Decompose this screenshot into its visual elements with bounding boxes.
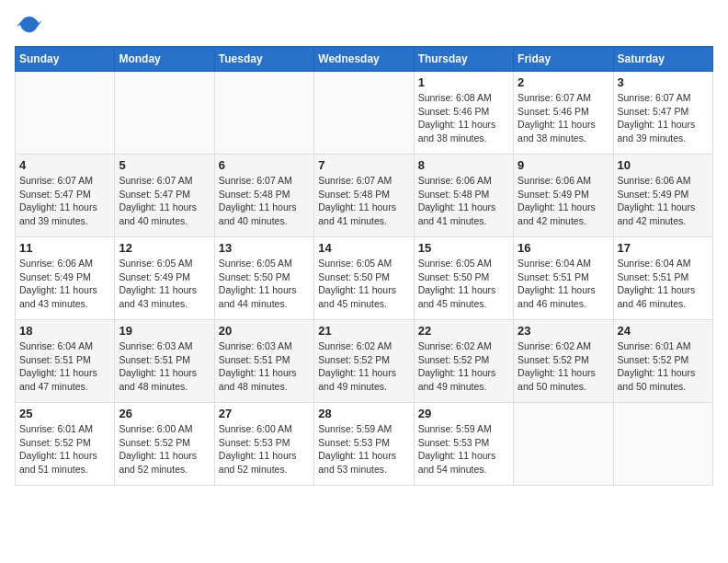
calendar-cell: 5Sunrise: 6:07 AM Sunset: 5:47 PM Daylig… bbox=[115, 155, 214, 237]
day-info: Sunrise: 5:59 AM Sunset: 5:53 PM Dayligh… bbox=[318, 422, 409, 477]
column-header-wednesday: Wednesday bbox=[314, 47, 414, 72]
day-number: 9 bbox=[518, 158, 609, 172]
calendar-cell: 20Sunrise: 6:03 AM Sunset: 5:51 PM Dayli… bbox=[214, 320, 313, 403]
day-number: 2 bbox=[518, 75, 609, 89]
day-info: Sunrise: 6:06 AM Sunset: 5:49 PM Dayligh… bbox=[518, 174, 609, 228]
day-info: Sunrise: 6:04 AM Sunset: 5:51 PM Dayligh… bbox=[618, 257, 709, 311]
column-header-tuesday: Tuesday bbox=[214, 47, 313, 72]
calendar-cell: 24Sunrise: 6:01 AM Sunset: 5:52 PM Dayli… bbox=[613, 320, 712, 403]
column-header-friday: Friday bbox=[514, 47, 613, 72]
calendar-cell: 22Sunrise: 6:02 AM Sunset: 5:52 PM Dayli… bbox=[414, 320, 513, 403]
calendar-cell: 9Sunrise: 6:06 AM Sunset: 5:49 PM Daylig… bbox=[514, 155, 613, 237]
day-number: 8 bbox=[418, 158, 509, 172]
day-number: 25 bbox=[19, 407, 110, 420]
calendar-cell: 8Sunrise: 6:06 AM Sunset: 5:48 PM Daylig… bbox=[414, 155, 513, 237]
logo bbox=[15, 15, 42, 37]
calendar-cell: 18Sunrise: 6:04 AM Sunset: 5:51 PM Dayli… bbox=[16, 320, 115, 403]
day-info: Sunrise: 6:01 AM Sunset: 5:52 PM Dayligh… bbox=[618, 339, 709, 394]
calendar-week-row: 4Sunrise: 6:07 AM Sunset: 5:47 PM Daylig… bbox=[16, 155, 713, 237]
day-number: 5 bbox=[119, 158, 210, 172]
logo-bird-icon bbox=[17, 15, 42, 37]
day-number: 11 bbox=[19, 241, 110, 255]
day-number: 27 bbox=[219, 407, 310, 420]
calendar-body: 1Sunrise: 6:08 AM Sunset: 5:46 PM Daylig… bbox=[16, 72, 713, 486]
calendar-cell bbox=[314, 72, 414, 155]
calendar-cell bbox=[16, 72, 115, 155]
page-header bbox=[15, 15, 713, 37]
calendar-cell: 28Sunrise: 5:59 AM Sunset: 5:53 PM Dayli… bbox=[314, 403, 414, 486]
day-info: Sunrise: 6:04 AM Sunset: 5:51 PM Dayligh… bbox=[19, 339, 110, 394]
day-info: Sunrise: 6:07 AM Sunset: 5:47 PM Dayligh… bbox=[19, 174, 110, 228]
day-info: Sunrise: 6:06 AM Sunset: 5:49 PM Dayligh… bbox=[618, 174, 709, 228]
calendar-cell bbox=[115, 72, 214, 155]
day-number: 7 bbox=[318, 158, 409, 172]
day-number: 20 bbox=[219, 324, 310, 338]
day-info: Sunrise: 6:02 AM Sunset: 5:52 PM Dayligh… bbox=[518, 339, 609, 394]
calendar-table: SundayMondayTuesdayWednesdayThursdayFrid… bbox=[15, 46, 713, 486]
column-header-monday: Monday bbox=[115, 47, 214, 72]
day-number: 23 bbox=[518, 324, 609, 338]
day-number: 15 bbox=[418, 241, 509, 255]
calendar-cell: 11Sunrise: 6:06 AM Sunset: 5:49 PM Dayli… bbox=[16, 237, 115, 320]
day-info: Sunrise: 6:05 AM Sunset: 5:49 PM Dayligh… bbox=[119, 257, 210, 311]
day-number: 19 bbox=[119, 324, 210, 338]
day-number: 14 bbox=[318, 241, 409, 255]
calendar-cell bbox=[613, 403, 712, 486]
day-number: 12 bbox=[119, 241, 210, 255]
day-number: 26 bbox=[119, 407, 210, 420]
column-header-sunday: Sunday bbox=[16, 47, 115, 72]
calendar-cell: 6Sunrise: 6:07 AM Sunset: 5:48 PM Daylig… bbox=[214, 155, 313, 237]
calendar-cell: 21Sunrise: 6:02 AM Sunset: 5:52 PM Dayli… bbox=[314, 320, 414, 403]
day-info: Sunrise: 6:06 AM Sunset: 5:49 PM Dayligh… bbox=[19, 257, 110, 311]
day-info: Sunrise: 6:00 AM Sunset: 5:53 PM Dayligh… bbox=[219, 422, 310, 477]
calendar-cell: 10Sunrise: 6:06 AM Sunset: 5:49 PM Dayli… bbox=[613, 155, 712, 237]
day-info: Sunrise: 6:03 AM Sunset: 5:51 PM Dayligh… bbox=[119, 339, 210, 394]
day-info: Sunrise: 6:04 AM Sunset: 5:51 PM Dayligh… bbox=[518, 257, 609, 311]
column-header-thursday: Thursday bbox=[414, 47, 513, 72]
calendar-week-row: 11Sunrise: 6:06 AM Sunset: 5:49 PM Dayli… bbox=[16, 237, 713, 320]
calendar-cell: 29Sunrise: 5:59 AM Sunset: 5:53 PM Dayli… bbox=[414, 403, 513, 486]
calendar-cell: 2Sunrise: 6:07 AM Sunset: 5:46 PM Daylig… bbox=[514, 72, 613, 155]
calendar-cell: 13Sunrise: 6:05 AM Sunset: 5:50 PM Dayli… bbox=[214, 237, 313, 320]
day-info: Sunrise: 6:01 AM Sunset: 5:52 PM Dayligh… bbox=[19, 422, 110, 477]
day-info: Sunrise: 6:05 AM Sunset: 5:50 PM Dayligh… bbox=[219, 257, 310, 311]
day-number: 17 bbox=[618, 241, 709, 255]
calendar-cell: 7Sunrise: 6:07 AM Sunset: 5:48 PM Daylig… bbox=[314, 155, 414, 237]
day-info: Sunrise: 6:05 AM Sunset: 5:50 PM Dayligh… bbox=[318, 257, 409, 311]
calendar-cell: 27Sunrise: 6:00 AM Sunset: 5:53 PM Dayli… bbox=[214, 403, 313, 486]
calendar-week-row: 18Sunrise: 6:04 AM Sunset: 5:51 PM Dayli… bbox=[16, 320, 713, 403]
day-number: 24 bbox=[618, 324, 709, 338]
calendar-cell: 23Sunrise: 6:02 AM Sunset: 5:52 PM Dayli… bbox=[514, 320, 613, 403]
day-info: Sunrise: 6:07 AM Sunset: 5:47 PM Dayligh… bbox=[119, 174, 210, 228]
day-info: Sunrise: 6:05 AM Sunset: 5:50 PM Dayligh… bbox=[418, 257, 509, 311]
calendar-cell: 4Sunrise: 6:07 AM Sunset: 5:47 PM Daylig… bbox=[16, 155, 115, 237]
calendar-cell: 1Sunrise: 6:08 AM Sunset: 5:46 PM Daylig… bbox=[414, 72, 513, 155]
calendar-cell: 25Sunrise: 6:01 AM Sunset: 5:52 PM Dayli… bbox=[16, 403, 115, 486]
column-header-saturday: Saturday bbox=[613, 47, 712, 72]
calendar-cell: 19Sunrise: 6:03 AM Sunset: 5:51 PM Dayli… bbox=[115, 320, 214, 403]
calendar-week-row: 1Sunrise: 6:08 AM Sunset: 5:46 PM Daylig… bbox=[16, 72, 713, 155]
day-number: 21 bbox=[318, 324, 409, 338]
calendar-cell bbox=[214, 72, 313, 155]
day-info: Sunrise: 5:59 AM Sunset: 5:53 PM Dayligh… bbox=[418, 422, 509, 477]
calendar-header-row: SundayMondayTuesdayWednesdayThursdayFrid… bbox=[16, 47, 713, 72]
day-number: 16 bbox=[518, 241, 609, 255]
day-number: 13 bbox=[219, 241, 310, 255]
day-number: 1 bbox=[418, 75, 509, 89]
day-number: 10 bbox=[618, 158, 709, 172]
calendar-cell: 16Sunrise: 6:04 AM Sunset: 5:51 PM Dayli… bbox=[514, 237, 613, 320]
calendar-cell: 15Sunrise: 6:05 AM Sunset: 5:50 PM Dayli… bbox=[414, 237, 513, 320]
day-info: Sunrise: 6:02 AM Sunset: 5:52 PM Dayligh… bbox=[418, 339, 509, 394]
calendar-cell: 14Sunrise: 6:05 AM Sunset: 5:50 PM Dayli… bbox=[314, 237, 414, 320]
day-number: 4 bbox=[19, 158, 110, 172]
day-info: Sunrise: 6:03 AM Sunset: 5:51 PM Dayligh… bbox=[219, 339, 310, 394]
day-info: Sunrise: 6:07 AM Sunset: 5:48 PM Dayligh… bbox=[318, 174, 409, 228]
day-info: Sunrise: 6:00 AM Sunset: 5:52 PM Dayligh… bbox=[119, 422, 210, 477]
day-number: 28 bbox=[318, 407, 409, 420]
calendar-cell: 17Sunrise: 6:04 AM Sunset: 5:51 PM Dayli… bbox=[613, 237, 712, 320]
calendar-cell: 3Sunrise: 6:07 AM Sunset: 5:47 PM Daylig… bbox=[613, 72, 712, 155]
calendar-cell bbox=[514, 403, 613, 486]
day-info: Sunrise: 6:06 AM Sunset: 5:48 PM Dayligh… bbox=[418, 174, 509, 228]
day-info: Sunrise: 6:08 AM Sunset: 5:46 PM Dayligh… bbox=[418, 91, 509, 145]
day-info: Sunrise: 6:07 AM Sunset: 5:48 PM Dayligh… bbox=[219, 174, 310, 228]
